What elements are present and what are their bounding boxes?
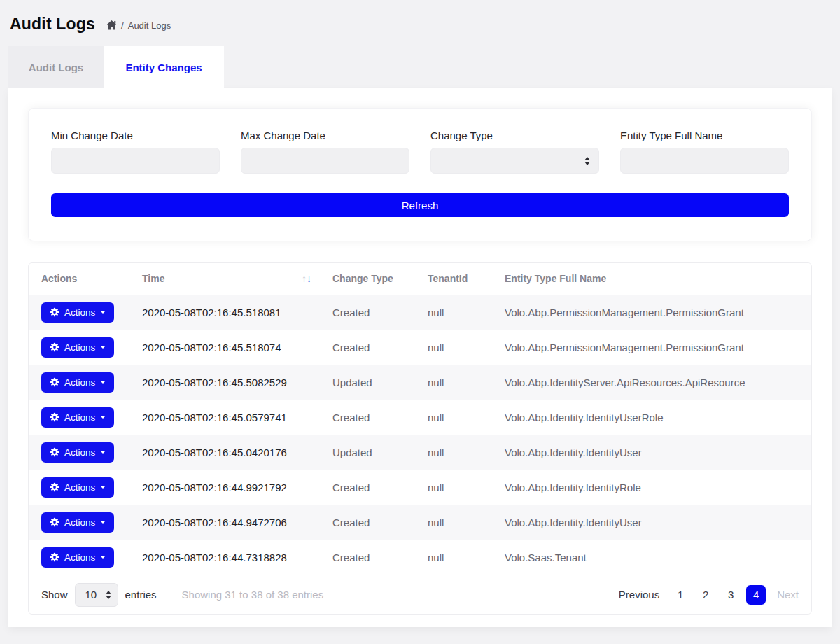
column-header-change-type: Change Type bbox=[324, 263, 419, 295]
select-updown-icon bbox=[106, 588, 111, 602]
pagination-page-4[interactable]: 4 bbox=[746, 585, 766, 605]
change-type-cell: Created bbox=[324, 330, 419, 365]
refresh-button[interactable]: Refresh bbox=[51, 193, 789, 217]
actions-button-label: Actions bbox=[64, 307, 95, 318]
page-size-value: 10 bbox=[85, 589, 97, 601]
pagination-next[interactable]: Next bbox=[777, 589, 799, 601]
filter-field-entity-type: Entity Type Full Name bbox=[620, 130, 789, 174]
entity-type-cell: Volo.Abp.Identity.IdentityUser bbox=[496, 505, 811, 540]
table-row: Actions 2020-05-08T02:16:45.518081 Creat… bbox=[29, 295, 811, 330]
time-cell: 2020-05-08T02:16:45.0420176 bbox=[134, 435, 324, 470]
time-cell: 2020-05-08T02:16:44.9921792 bbox=[134, 470, 324, 505]
page-header: Audit Logs / Audit Logs bbox=[0, 0, 840, 36]
row-actions-button[interactable]: Actions bbox=[41, 512, 114, 533]
row-actions-button[interactable]: Actions bbox=[41, 372, 114, 393]
tenant-id-cell: null bbox=[419, 470, 496, 505]
column-header-tenant-id: TenantId bbox=[419, 263, 496, 295]
change-type-select[interactable] bbox=[430, 148, 599, 174]
entity-type-input[interactable] bbox=[620, 148, 789, 174]
table-row: Actions 2020-05-08T02:16:45.5082529 Upda… bbox=[29, 365, 811, 400]
filter-grid: Min Change Date Max Change Date Change T… bbox=[51, 130, 789, 174]
tab-entity-changes[interactable]: Entity Changes bbox=[104, 46, 224, 88]
breadcrumb-current: Audit Logs bbox=[128, 20, 171, 31]
pagination-page-1[interactable]: 1 bbox=[671, 585, 690, 605]
pagination-pages: 1234 bbox=[671, 585, 766, 605]
pagination: Previous 1234 Next bbox=[619, 585, 799, 605]
page-size-select[interactable]: 10 bbox=[75, 583, 118, 607]
pagination-previous[interactable]: Previous bbox=[619, 589, 659, 601]
actions-cell: Actions bbox=[29, 435, 134, 470]
entity-type-cell: Volo.Abp.Identity.IdentityRole bbox=[496, 470, 811, 505]
row-actions-button[interactable]: Actions bbox=[41, 477, 114, 498]
min-change-date-input[interactable] bbox=[51, 148, 220, 174]
gear-icon bbox=[50, 447, 59, 457]
gear-icon bbox=[50, 377, 59, 387]
caret-down-icon bbox=[100, 381, 106, 384]
select-updown-icon bbox=[584, 154, 590, 168]
actions-button-label: Actions bbox=[64, 342, 95, 353]
table-row: Actions 2020-05-08T02:16:44.7318828 Crea… bbox=[29, 540, 811, 575]
table-row: Actions 2020-05-08T02:16:45.0579741 Crea… bbox=[29, 400, 811, 435]
actions-button-label: Actions bbox=[64, 377, 95, 388]
time-header-label: Time bbox=[142, 273, 164, 284]
row-actions-button[interactable]: Actions bbox=[41, 407, 114, 428]
actions-cell: Actions bbox=[29, 470, 134, 505]
entity-type-label: Entity Type Full Name bbox=[620, 130, 789, 141]
breadcrumb-separator: / bbox=[121, 20, 124, 31]
tenant-id-cell: null bbox=[419, 295, 496, 330]
change-type-cell: Created bbox=[324, 295, 419, 330]
home-icon[interactable] bbox=[106, 20, 117, 30]
tenant-id-cell: null bbox=[419, 330, 496, 365]
showing-entries-text: Showing 31 to 38 of 38 entries bbox=[182, 589, 324, 601]
gear-icon bbox=[50, 307, 59, 317]
row-actions-button[interactable]: Actions bbox=[41, 547, 114, 568]
caret-down-icon bbox=[100, 451, 106, 454]
time-cell: 2020-05-08T02:16:45.0579741 bbox=[134, 400, 324, 435]
actions-cell: Actions bbox=[29, 540, 134, 575]
entity-type-cell: Volo.Abp.IdentityServer.ApiResources.Api… bbox=[496, 365, 811, 400]
tab-audit-logs[interactable]: Audit Logs bbox=[8, 46, 104, 88]
actions-button-label: Actions bbox=[64, 482, 95, 493]
change-type-cell: Updated bbox=[324, 365, 419, 400]
row-actions-button[interactable]: Actions bbox=[41, 302, 114, 323]
pagination-page-2[interactable]: 2 bbox=[696, 585, 715, 605]
filter-field-change-type: Change Type bbox=[430, 130, 599, 174]
row-actions-button[interactable]: Actions bbox=[41, 442, 114, 463]
change-type-cell: Created bbox=[324, 470, 419, 505]
change-type-cell: Created bbox=[324, 505, 419, 540]
filter-field-max-change-date: Max Change Date bbox=[241, 130, 410, 174]
caret-down-icon bbox=[100, 521, 106, 524]
max-change-date-label: Max Change Date bbox=[241, 130, 410, 141]
time-cell: 2020-05-08T02:16:44.7318828 bbox=[134, 540, 324, 575]
column-header-time[interactable]: Time ↑↓ bbox=[134, 263, 324, 295]
show-label: Show bbox=[41, 589, 68, 601]
actions-button-label: Actions bbox=[64, 412, 95, 423]
gear-icon bbox=[50, 517, 59, 527]
row-actions-button[interactable]: Actions bbox=[41, 337, 114, 358]
pagination-page-3[interactable]: 3 bbox=[721, 585, 741, 605]
table-header: Actions Time ↑↓ Change Type TenantId Ent… bbox=[29, 263, 811, 295]
change-type-cell: Updated bbox=[324, 435, 419, 470]
actions-button-label: Actions bbox=[64, 447, 95, 458]
max-change-date-input[interactable] bbox=[241, 148, 410, 174]
filter-card: Min Change Date Max Change Date Change T… bbox=[28, 108, 812, 241]
actions-button-label: Actions bbox=[64, 552, 95, 563]
actions-cell: Actions bbox=[29, 365, 134, 400]
entity-type-cell: Volo.Saas.Tenant bbox=[496, 540, 811, 575]
change-type-cell: Created bbox=[324, 540, 419, 575]
entity-type-cell: Volo.Abp.Identity.IdentityUser bbox=[496, 435, 811, 470]
caret-down-icon bbox=[100, 416, 106, 419]
table-row: Actions 2020-05-08T02:16:44.9472706 Crea… bbox=[29, 505, 811, 540]
sort-icon: ↑↓ bbox=[302, 273, 316, 284]
tenant-id-cell: null bbox=[419, 540, 496, 575]
entity-type-cell: Volo.Abp.PermissionManagement.Permission… bbox=[496, 295, 811, 330]
tenant-id-cell: null bbox=[419, 365, 496, 400]
entries-label: entries bbox=[125, 589, 157, 601]
gear-icon bbox=[50, 552, 59, 562]
gear-icon bbox=[50, 342, 59, 352]
breadcrumb: / Audit Logs bbox=[106, 18, 171, 31]
table-body: Actions 2020-05-08T02:16:45.518081 Creat… bbox=[29, 295, 811, 575]
caret-down-icon bbox=[100, 486, 106, 489]
page-title: Audit Logs bbox=[10, 15, 95, 34]
filter-field-min-change-date: Min Change Date bbox=[51, 130, 220, 174]
